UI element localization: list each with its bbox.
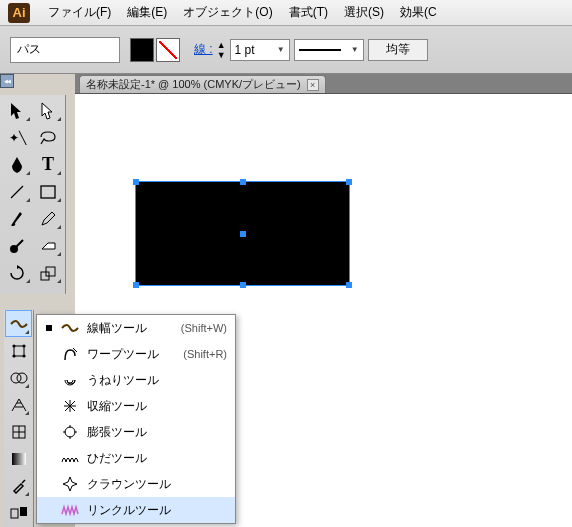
flyout-item-scallop[interactable]: ひだツール [37,445,235,471]
stroke-profile-label: 均等 [386,41,410,58]
selection-handle[interactable] [346,179,352,185]
direct-selection-tool[interactable] [33,97,64,124]
svg-rect-13 [12,453,26,465]
selection-handle[interactable] [240,282,246,288]
selection-center [240,231,246,237]
eyedropper-tool[interactable] [5,472,32,499]
menu-edit[interactable]: 編集(E) [123,2,171,23]
menu-effect[interactable]: 効果(C [396,2,441,23]
document-tab[interactable]: 名称未設定-1* @ 100% (CMYK/プレビュー) × [79,75,326,93]
flyout-item-pucker[interactable]: 収縮ツール [37,393,235,419]
selected-rectangle[interactable] [135,181,350,286]
selection-handle[interactable] [133,282,139,288]
width-tool[interactable] [5,310,32,337]
blob-brush-tool[interactable] [2,232,33,259]
twirl-tool-icon [61,371,79,389]
type-tool[interactable]: T [33,151,64,178]
shape-builder-tool[interactable] [5,364,32,391]
pencil-tool[interactable] [33,205,64,232]
lasso-tool[interactable] [33,124,64,151]
menu-object[interactable]: オブジェクト(O) [179,2,276,23]
flyout-item-crystallize[interactable]: クラウンツール [37,471,235,497]
fill-none-swatch[interactable] [156,38,180,62]
flyout-shortcut: (Shift+W) [181,322,227,334]
stroke-label[interactable]: 線 : [194,41,213,58]
svg-line-0 [11,186,23,198]
stroke-weight-input[interactable]: 1 pt ▼ [230,39,290,61]
white-arrow-icon [39,102,57,120]
flyout-label: うねりツール [87,372,159,389]
crystallize-tool-icon [61,475,79,493]
flyout-label: 収縮ツール [87,398,147,415]
flyout-label: リンクルツール [87,502,171,519]
pucker-tool-icon [61,397,79,415]
scallop-tool-icon [61,449,79,467]
svg-rect-15 [20,507,27,516]
selection-handle[interactable] [346,282,352,288]
svg-point-8 [12,354,15,357]
selection-handle[interactable] [133,179,139,185]
current-marker [45,325,53,331]
rectangle-icon [39,183,57,201]
stroke-stepper-arrows[interactable]: ▲▼ [217,40,226,60]
free-transform-tool[interactable] [5,337,32,364]
flyout-shortcut: (Shift+R) [183,348,227,360]
arrow-cursor-icon [8,102,26,120]
pen-icon [8,156,26,174]
tool-panel: ✦╲ T [0,95,66,294]
gradient-tool[interactable] [5,445,32,472]
flyout-item-warp[interactable]: ワープツール (Shift+R) [37,341,235,367]
menu-file[interactable]: ファイル(F) [44,2,115,23]
svg-rect-1 [41,186,55,198]
panel-collapse-toggle[interactable] [0,74,14,88]
menu-type[interactable]: 書式(T) [285,2,332,23]
stroke-style-preview [299,49,341,51]
flyout-item-bloat[interactable]: 膨張ツール [37,419,235,445]
svg-rect-5 [14,346,24,356]
document-tab-title: 名称未設定-1* @ 100% (CMYK/プレビュー) [86,77,301,92]
flyout-item-wrinkle[interactable]: リンクルツール [37,497,235,523]
rotate-tool[interactable] [2,259,33,286]
chevron-down-icon: ▼ [351,45,359,54]
svg-point-16 [65,427,75,437]
line-tool[interactable] [2,178,33,205]
context-label-box: パス [10,37,120,63]
scale-tool[interactable] [33,259,64,286]
width-tool-flyout: 線幅ツール (Shift+W) ワープツール (Shift+R) うねりツール … [36,314,236,524]
gradient-icon [10,450,28,468]
flyout-item-twirl[interactable]: うねりツール [37,367,235,393]
scale-icon [39,264,57,282]
blend-tool[interactable] [5,499,32,526]
paintbrush-tool[interactable] [2,205,33,232]
selection-tool[interactable] [2,97,33,124]
control-bar: パス 線 : ▲▼ 1 pt ▼ ▼ 均等 [0,26,572,74]
svg-point-10 [11,373,21,383]
menu-select[interactable]: 選択(S) [340,2,388,23]
flyout-label: 膨張ツール [87,424,147,441]
pen-tool[interactable] [2,151,33,178]
perspective-grid-tool[interactable] [5,391,32,418]
eraser-icon [39,237,57,255]
svg-point-9 [22,354,25,357]
brush-icon [8,210,26,228]
mesh-tool[interactable] [5,418,32,445]
stroke-profile-dropdown[interactable]: 均等 [368,39,428,61]
rectangle-tool[interactable] [33,178,64,205]
close-tab-button[interactable]: × [307,79,319,91]
svg-rect-14 [11,509,18,518]
svg-point-11 [17,373,27,383]
stroke-weight-value: 1 pt [235,43,255,57]
mesh-icon [10,423,28,441]
rotate-icon [8,264,26,282]
wand-icon: ✦╲ [8,129,26,147]
type-icon: T [39,156,57,174]
flyout-label: 線幅ツール [87,320,147,337]
eraser-tool[interactable] [33,232,64,259]
magic-wand-tool[interactable]: ✦╲ [2,124,33,151]
flyout-label: ワープツール [87,346,159,363]
fill-swatch[interactable] [130,38,154,62]
flyout-item-width[interactable]: 線幅ツール (Shift+W) [37,315,235,341]
selection-handle[interactable] [240,179,246,185]
tool-panel-narrow [4,310,34,527]
stroke-style-dropdown[interactable]: ▼ [294,39,364,61]
